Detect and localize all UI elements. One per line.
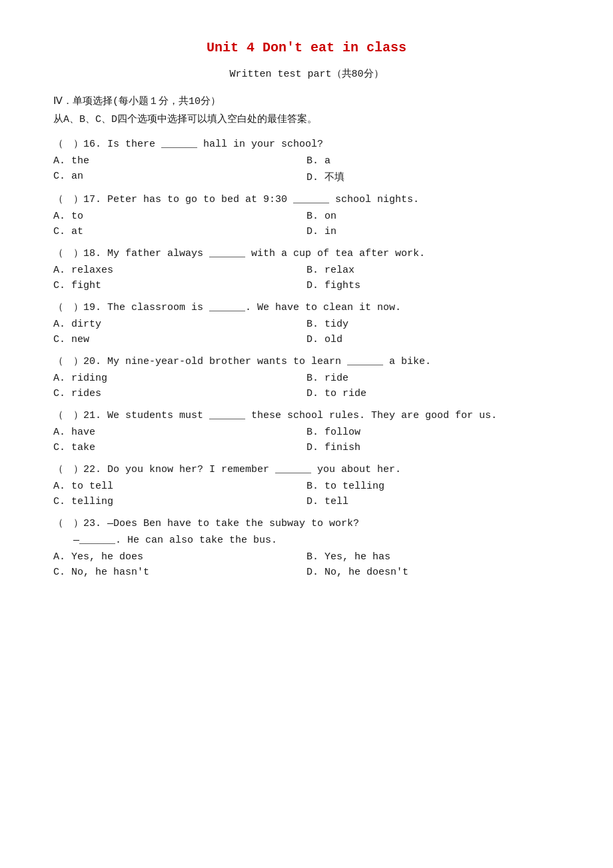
options-row-17-0: A. toB. on <box>53 211 560 222</box>
section-label: Ⅳ．单项选择(每小题１分，共10分） <box>53 95 560 107</box>
option-19-1: B. tidy <box>306 319 560 330</box>
options-row-22-0: A. to tellB. to telling <box>53 481 560 492</box>
options-row-18-0: A. relaxesB. relax <box>53 265 560 276</box>
options-row-17-1: C. atD. in <box>53 226 560 237</box>
question-block-18: （ ）18. My father always ______ with a cu… <box>53 247 560 291</box>
option-22-2: C. telling <box>53 496 306 507</box>
option-16-0: A. the <box>53 155 306 167</box>
question-block-20: （ ）20. My nine-year-old brother wants to… <box>53 355 560 399</box>
option-21-0: A. have <box>53 427 306 438</box>
options-row-23-1: C. No, he hasn'tD. No, he doesn't <box>53 567 560 578</box>
question-block-21: （ ）21. We students must ______ these sch… <box>53 409 560 453</box>
options-row-18-1: C. fightD. fights <box>53 280 560 291</box>
option-19-0: A. dirty <box>53 319 306 330</box>
options-row-22-1: C. tellingD. tell <box>53 496 560 507</box>
option-17-2: C. at <box>53 226 306 237</box>
question-text-19: （ ）19. The classroom is ______. We have … <box>53 301 560 313</box>
option-17-1: B. on <box>306 211 560 222</box>
option-18-0: A. relaxes <box>53 265 306 276</box>
option-17-3: D. in <box>306 226 560 237</box>
question-block-23: （ ）23. —Does Ben have to take the subway… <box>53 517 560 578</box>
option-19-3: D. old <box>306 334 560 345</box>
option-23-1: B. Yes, he has <box>306 551 560 563</box>
question-block-16: （ ）16. Is there ______ hall in your scho… <box>53 137 560 183</box>
option-21-2: C. take <box>53 442 306 453</box>
options-row-19-1: C. newD. old <box>53 334 560 345</box>
options-row-16-0: A. theB. a <box>53 155 560 167</box>
question-text-23: （ ）23. —Does Ben have to take the subway… <box>53 517 560 529</box>
page-title: Unit 4 Don't eat in class <box>53 40 560 55</box>
question-subtext-23: —______. He can also take the bus. <box>73 535 560 546</box>
option-17-0: A. to <box>53 211 306 222</box>
option-23-3: D. No, he doesn't <box>306 567 560 578</box>
question-block-17: （ ）17. Peter has to go to bed at 9:30 __… <box>53 193 560 237</box>
option-22-0: A. to tell <box>53 481 306 492</box>
option-16-1: B. a <box>306 155 560 167</box>
option-23-0: A. Yes, he does <box>53 551 306 563</box>
section-instruction: 从A、B、C、D四个选项中选择可以填入空白处的最佳答案。 <box>53 113 560 125</box>
options-row-20-0: A. ridingB. ride <box>53 373 560 384</box>
options-row-21-1: C. takeD. finish <box>53 442 560 453</box>
option-20-0: A. riding <box>53 373 306 384</box>
option-20-3: D. to ride <box>306 388 560 399</box>
option-21-1: B. follow <box>306 427 560 438</box>
option-20-1: B. ride <box>306 373 560 384</box>
option-22-1: B. to telling <box>306 481 560 492</box>
option-16-2: C. an <box>53 171 306 183</box>
question-text-20: （ ）20. My nine-year-old brother wants to… <box>53 355 560 367</box>
option-23-2: C. No, he hasn't <box>53 567 306 578</box>
question-text-21: （ ）21. We students must ______ these sch… <box>53 409 560 421</box>
option-18-1: B. relax <box>306 265 560 276</box>
options-row-20-1: C. ridesD. to ride <box>53 388 560 399</box>
question-text-17: （ ）17. Peter has to go to bed at 9:30 __… <box>53 193 560 205</box>
question-block-22: （ ）22. Do you know her? I remember _____… <box>53 463 560 507</box>
option-19-2: C. new <box>53 334 306 345</box>
subtitle: Written test part（共80分） <box>53 67 560 80</box>
question-text-16: （ ）16. Is there ______ hall in your scho… <box>53 137 560 150</box>
options-row-19-0: A. dirtyB. tidy <box>53 319 560 330</box>
option-18-2: C. fight <box>53 280 306 291</box>
option-16-3: D. 不填 <box>306 171 560 183</box>
question-text-18: （ ）18. My father always ______ with a cu… <box>53 247 560 259</box>
question-block-19: （ ）19. The classroom is ______. We have … <box>53 301 560 345</box>
option-18-3: D. fights <box>306 280 560 291</box>
options-row-16-1: C. anD. 不填 <box>53 171 560 183</box>
option-21-3: D. finish <box>306 442 560 453</box>
option-22-3: D. tell <box>306 496 560 507</box>
question-text-22: （ ）22. Do you know her? I remember _____… <box>53 463 560 475</box>
options-row-21-0: A. haveB. follow <box>53 427 560 438</box>
option-20-2: C. rides <box>53 388 306 399</box>
options-row-23-0: A. Yes, he doesB. Yes, he has <box>53 551 560 563</box>
